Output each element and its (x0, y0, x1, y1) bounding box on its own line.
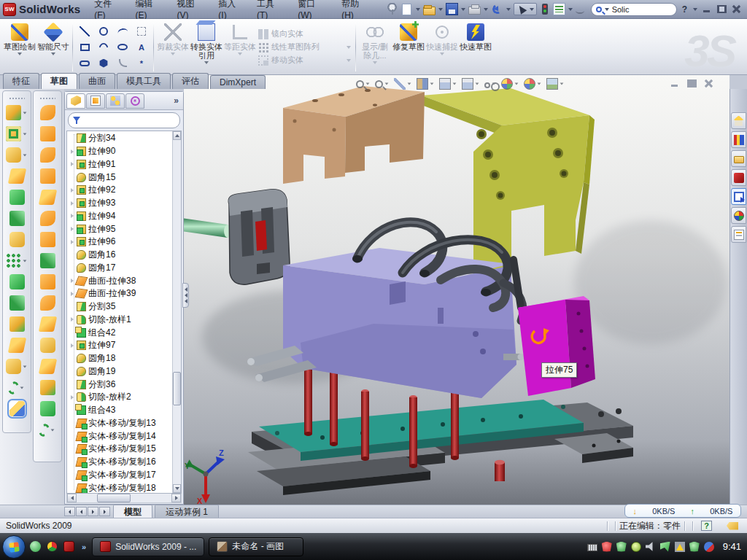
ink-sketch-icon[interactable] (576, 8, 584, 14)
quick-launch-green-app-icon[interactable] (30, 541, 41, 552)
appearances-scenes-tab[interactable] (731, 207, 746, 224)
start-button[interactable] (2, 535, 26, 559)
offset-surface-icon[interactable] (34, 208, 61, 229)
point-icon[interactable]: * (136, 58, 147, 69)
rebuild-icon[interactable] (542, 4, 548, 15)
feature-tree-item[interactable]: 拉伸93 (69, 197, 172, 210)
options-list-icon[interactable] (553, 3, 565, 15)
ribbon-tab[interactable]: DimXpert (210, 75, 266, 89)
tag-icon[interactable] (727, 522, 738, 530)
propertymanager-tab[interactable] (86, 93, 105, 109)
text-icon[interactable]: A (136, 42, 147, 52)
document-tab[interactable]: 运动算例 1 (155, 505, 219, 519)
help-button[interactable]: ? (679, 4, 690, 15)
search-input[interactable] (612, 5, 663, 14)
feature-tree-item[interactable]: 实体-移动/复制15 (69, 443, 172, 456)
file-explorer-tab[interactable] (731, 150, 746, 167)
thicken-icon[interactable] (34, 271, 61, 292)
feature-tree-item[interactable]: 分割34 (69, 132, 172, 145)
undo-dropdown-icon[interactable] (506, 8, 511, 11)
ribbon-tab[interactable]: 模具工具 (117, 73, 171, 89)
pin-icon[interactable] (386, 3, 398, 15)
reference-point-icon[interactable] (3, 356, 31, 377)
swept-surface-icon[interactable] (34, 102, 61, 123)
security-shield-icon[interactable] (616, 542, 627, 552)
boundary-surface-icon[interactable] (34, 187, 61, 208)
feature-tree-item[interactable]: 曲面-拉伸39 (69, 287, 172, 300)
delete-face-icon[interactable] (34, 314, 61, 335)
feature-tree-item[interactable]: 曲面-拉伸38 (69, 274, 172, 287)
solidworks-resources-tab[interactable] (731, 112, 746, 129)
expand-arrow-icon[interactable] (69, 188, 76, 192)
quick-launch-ball-app-icon[interactable] (47, 541, 58, 552)
feature-tree-item[interactable]: 切除-放样2 (69, 391, 172, 404)
extruded-surface-icon[interactable] (34, 144, 61, 166)
expand-arrow-icon[interactable] (69, 214, 76, 218)
expand-arrow-icon[interactable] (69, 162, 76, 166)
model-canvas[interactable] (184, 75, 729, 505)
linear-pattern-icon[interactable] (3, 250, 31, 271)
sketched-curve-icon[interactable] (34, 419, 61, 440)
taskbar-window-button[interactable]: 未命名 - 画图 (209, 537, 303, 556)
spline-icon[interactable] (117, 28, 128, 34)
expand-arrow-icon[interactable] (69, 240, 76, 244)
command-button[interactable]: 显示/删除几... (358, 21, 392, 73)
featuremanager-tab[interactable] (66, 93, 85, 109)
lofted-surface-icon[interactable] (34, 166, 61, 187)
quick-launch-overflow[interactable]: » (82, 542, 86, 551)
select-arrow-icon[interactable] (516, 4, 527, 15)
dimxpertmanager-tab[interactable] (125, 93, 144, 109)
feature-tree-item[interactable]: 实体-移动/复制14 (69, 429, 172, 443)
save-dropdown-icon[interactable] (461, 8, 465, 11)
tree-horizontal-scrollbar[interactable] (66, 494, 182, 503)
expand-arrow-icon[interactable] (69, 201, 76, 206)
new-dropdown-icon[interactable] (416, 8, 420, 11)
command-button[interactable]: 草图绘制 (3, 21, 36, 73)
feature-tree-item[interactable]: 拉伸91 (69, 158, 172, 171)
messenger-icon[interactable] (660, 542, 670, 552)
document-tab[interactable]: 模型 (113, 505, 152, 519)
feature-tree-item[interactable]: 分割36 (69, 378, 172, 391)
feature-tree-item[interactable]: 圆角18 (69, 352, 172, 365)
save-icon[interactable] (446, 3, 458, 15)
feature-tree-item[interactable]: 实体-移动/复制17 (69, 469, 172, 482)
expand-arrow-icon[interactable] (69, 317, 76, 322)
feature-tree-item[interactable]: 实体-移动/复制18 (69, 481, 172, 494)
input-method-icon[interactable] (587, 544, 597, 551)
handle-cylinder[interactable] (184, 217, 228, 238)
line-icon[interactable] (80, 26, 90, 36)
graphics-viewport[interactable]: 拉伸75 Y Z X (184, 75, 729, 505)
move-copy-body-icon[interactable] (3, 335, 31, 356)
feature-tree-item[interactable]: 组合43 (69, 404, 172, 417)
curve-icon[interactable] (3, 377, 31, 398)
tree-vertical-scrollbar[interactable] (172, 131, 181, 493)
minimize-button[interactable] (703, 5, 712, 13)
tab-scroll-last-button[interactable] (99, 507, 110, 516)
panel-splitter[interactable] (182, 283, 189, 308)
rectangle-icon[interactable] (80, 44, 90, 51)
restore-button[interactable] (717, 5, 727, 13)
feature-tree-item[interactable]: 组合42 (69, 326, 172, 339)
new-document-icon[interactable] (402, 4, 411, 15)
command-button[interactable]: 智能尺寸 (36, 21, 70, 73)
locating-cylinder[interactable] (495, 460, 505, 481)
scroll-right-arrow[interactable] (171, 494, 181, 502)
close-button[interactable] (732, 5, 741, 13)
search-icon[interactable] (596, 7, 602, 12)
select-dropdown-icon[interactable] (530, 8, 534, 11)
command-button[interactable]: 剪裁实体 (156, 21, 190, 73)
print-icon[interactable] (468, 7, 481, 15)
scroll-up-arrow[interactable] (173, 131, 181, 140)
expand-arrow-icon[interactable] (69, 149, 76, 154)
expand-arrow-icon[interactable] (69, 343, 76, 348)
view-palette-tab[interactable] (731, 188, 746, 205)
command-row-button[interactable]: 镜向实体 (258, 28, 352, 40)
extruded-cut-icon[interactable] (3, 123, 31, 144)
revolved-surface-icon[interactable] (34, 123, 61, 144)
help-dropdown-icon[interactable] (693, 8, 697, 11)
replace-face-icon[interactable] (34, 335, 61, 356)
planar-surface-icon[interactable] (34, 229, 61, 250)
feature-tree-item[interactable]: 圆角17 (69, 262, 172, 275)
ribbon-tab[interactable]: 评估 (172, 73, 209, 89)
options-dropdown-icon[interactable] (568, 8, 573, 11)
